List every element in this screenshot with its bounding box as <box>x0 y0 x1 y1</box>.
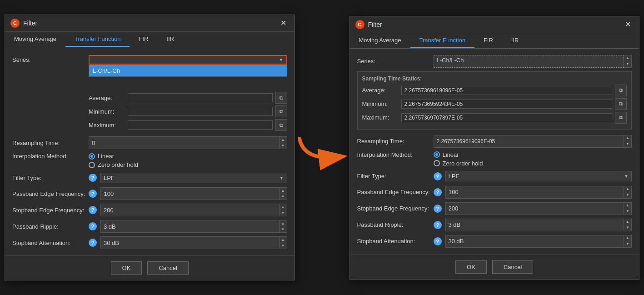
resampling-value-2[interactable]: 2.26757369619096E-05 <box>434 135 624 148</box>
maximum-copy-2[interactable]: ⧉ <box>615 112 627 124</box>
passband-ripple-down-2[interactable]: ▼ <box>624 225 631 231</box>
resampling-spinbox-1[interactable]: 0 ▲ ▼ <box>89 136 287 149</box>
stopband-atten-value-1[interactable]: 30 dB <box>100 236 280 249</box>
tab-iir-1[interactable]: IIR <box>157 32 183 47</box>
passband-ripple-btns-2: ▲ ▼ <box>624 219 632 231</box>
passband-ripple-help-1[interactable]: ? <box>89 222 97 230</box>
filter-type-dropdown-1[interactable]: LPF ▼ <box>100 173 287 183</box>
series-value-2[interactable]: L-Ch/L-Ch <box>434 55 624 68</box>
minimum-copy-2[interactable]: ⧉ <box>615 98 627 110</box>
resampling-spinbox-2[interactable]: 2.26757369619096E-05 ▲ ▼ <box>434 135 632 148</box>
zero-order-radio-row-2[interactable]: Zero order hold <box>434 160 483 167</box>
tab-fir-1[interactable]: FIR <box>130 32 157 47</box>
series-option-l-ch-1[interactable]: L-Ch/L-Ch <box>89 65 287 76</box>
series-down-2[interactable]: ▼ <box>624 61 631 67</box>
series-dropdown-trigger-1[interactable]: ▼ <box>89 55 287 65</box>
stopband-atten-up-2[interactable]: ▲ <box>624 235 631 241</box>
stopband-freq-down-1[interactable]: ▼ <box>280 210 287 216</box>
average-row-2: Average: 2.26757369619096E-05 ⧉ <box>362 85 627 96</box>
passband-ripple-value-2[interactable]: 3 dB <box>445 219 624 231</box>
linear-radio-row-2[interactable]: Linear <box>434 151 483 158</box>
passband-freq-up-1[interactable]: ▲ <box>280 188 287 194</box>
resampling-up-1[interactable]: ▲ <box>280 137 287 143</box>
passband-ripple-spinbox-2[interactable]: 3 dB ▲ ▼ <box>445 219 632 231</box>
tab-moving-average-1[interactable]: Moving Average <box>5 32 65 47</box>
passband-ripple-help-2[interactable]: ? <box>434 221 442 229</box>
stopband-freq-spinbox-2[interactable]: 200 ▲ ▼ <box>445 202 632 215</box>
filter-type-value-2[interactable]: LPF ▼ <box>445 171 632 181</box>
linear-radio-1[interactable] <box>89 153 95 160</box>
passband-freq-help-1[interactable]: ? <box>89 190 97 198</box>
stopband-freq-up-1[interactable]: ▲ <box>280 204 287 210</box>
filter-type-arrow-1: ▼ <box>280 175 284 180</box>
ok-button-2[interactable]: OK <box>455 260 487 274</box>
close-button-1[interactable]: ✕ <box>278 19 289 28</box>
series-up-2[interactable]: ▲ <box>624 55 631 61</box>
filter-type-value-1[interactable]: LPF ▼ <box>100 173 287 183</box>
sampling-stats-2: Sampling Time Statics: Average: 2.267573… <box>357 71 632 130</box>
stopband-freq-value-1[interactable]: 200 <box>100 204 280 216</box>
linear-radio-2[interactable] <box>434 151 440 158</box>
cancel-button-1[interactable]: Cancel <box>147 261 188 275</box>
tab-transfer-function-1[interactable]: Transfer Function <box>65 32 130 47</box>
stopband-atten-row-1: Stopband Attenuation: ? 30 dB ▲ ▼ <box>12 236 287 249</box>
minimum-copy-1[interactable]: ⧉ <box>275 105 287 117</box>
resampling-spinbox-btns-2: ▲ ▼ <box>624 135 632 148</box>
zero-order-radio-1[interactable] <box>89 162 95 168</box>
average-copy-1[interactable]: ⧉ <box>275 92 287 104</box>
resampling-value-1[interactable]: 0 <box>89 136 280 149</box>
resampling-down-2[interactable]: ▼ <box>624 141 631 147</box>
passband-freq-value-2[interactable]: 100 <box>445 186 624 199</box>
stopband-freq-value-2[interactable]: 200 <box>445 202 624 215</box>
filter-type-row-2: Filter Type: ? LPF ▼ <box>357 170 632 182</box>
passband-freq-down-2[interactable]: ▼ <box>624 192 631 198</box>
maximum-copy-1[interactable]: ⧉ <box>275 119 287 131</box>
filter-type-help-2[interactable]: ? <box>434 172 442 180</box>
passband-ripple-label-2: Passband Ripple: <box>357 221 430 228</box>
ok-button-1[interactable]: OK <box>111 261 142 275</box>
stopband-freq-help-1[interactable]: ? <box>89 206 97 214</box>
tab-fir-2[interactable]: FIR <box>474 33 502 48</box>
stopband-freq-up-2[interactable]: ▲ <box>624 203 631 209</box>
stopband-atten-value-2[interactable]: 30 dB <box>445 235 624 248</box>
passband-ripple-row-2: Passband Ripple: ? 3 dB ▲ ▼ <box>357 219 632 231</box>
stopband-atten-help-2[interactable]: ? <box>434 237 442 245</box>
filter-type-help-1[interactable]: ? <box>89 174 97 182</box>
stopband-freq-row-2: Stopband Edge Frequency: ? 200 ▲ ▼ <box>357 202 632 215</box>
resampling-up-2[interactable]: ▲ <box>624 135 631 141</box>
zero-order-radio-2[interactable] <box>434 160 440 166</box>
interpolation-label-2: Interpolation Method: <box>357 151 430 158</box>
stopband-atten-up-1[interactable]: ▲ <box>280 237 287 243</box>
average-copy-2[interactable]: ⧉ <box>615 85 627 96</box>
cancel-button-2[interactable]: Cancel <box>492 260 533 274</box>
passband-ripple-spinbox-1[interactable]: 3 dB ▲ ▼ <box>100 220 287 233</box>
passband-freq-spinbox-2[interactable]: 100 ▲ ▼ <box>445 186 632 199</box>
stopband-atten-spinbox-1[interactable]: 30 dB ▲ ▼ <box>100 236 287 249</box>
tab-iir-2[interactable]: IIR <box>502 33 528 48</box>
stopband-freq-help-2[interactable]: ? <box>434 205 442 213</box>
resampling-down-1[interactable]: ▼ <box>280 143 287 149</box>
stopband-atten-down-1[interactable]: ▼ <box>280 243 287 249</box>
passband-freq-help-2[interactable]: ? <box>434 188 442 196</box>
close-button-2[interactable]: ✕ <box>622 20 634 29</box>
passband-ripple-value-1[interactable]: 3 dB <box>100 220 280 233</box>
stopband-freq-down-2[interactable]: ▼ <box>624 209 631 215</box>
stopband-atten-down-2[interactable]: ▼ <box>624 241 631 247</box>
stopband-freq-spinbox-1[interactable]: 200 ▲ ▼ <box>100 204 287 216</box>
stopband-atten-spinbox-2[interactable]: 30 dB ▲ ▼ <box>445 235 632 248</box>
passband-freq-up-2[interactable]: ▲ <box>624 186 631 192</box>
passband-freq-down-1[interactable]: ▼ <box>280 194 287 200</box>
dialog-title-1: Filter <box>23 20 274 27</box>
linear-radio-row-1[interactable]: Linear <box>89 153 138 160</box>
passband-freq-spinbox-1[interactable]: 100 ▲ ▼ <box>100 187 287 200</box>
passband-ripple-down-1[interactable]: ▼ <box>280 226 287 232</box>
filter-type-dropdown-2[interactable]: LPF ▼ <box>445 171 632 181</box>
series-dropdown-1[interactable]: ▼ L-Ch/L-Ch <box>89 55 287 65</box>
passband-ripple-up-2[interactable]: ▲ <box>624 219 631 225</box>
tab-transfer-function-2[interactable]: Transfer Function <box>410 33 474 48</box>
passband-ripple-up-1[interactable]: ▲ <box>280 220 287 226</box>
zero-order-radio-row-1[interactable]: Zero order hold <box>89 161 138 168</box>
tab-moving-average-2[interactable]: Moving Average <box>350 33 410 48</box>
stopband-atten-help-1[interactable]: ? <box>89 239 97 247</box>
passband-freq-value-1[interactable]: 100 <box>100 187 279 200</box>
